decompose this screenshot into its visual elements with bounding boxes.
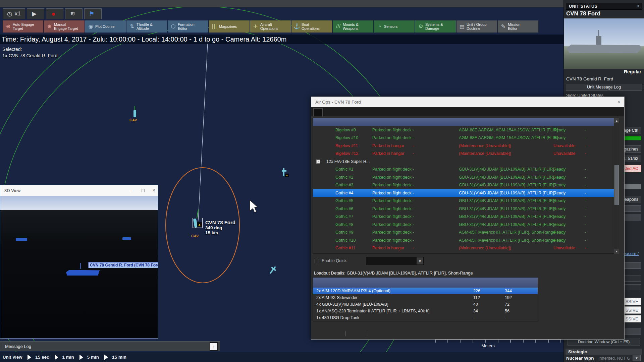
aircraft-row[interactable]: Gothic #4 Parked on flight deck - GBU-31… xyxy=(313,189,614,197)
collapse-chevron-icon[interactable]: » xyxy=(635,5,640,7)
3d-view-titlebar[interactable]: 3D View – □ × xyxy=(0,185,158,196)
control-label: x1 xyxy=(15,10,21,17)
store-row[interactable]: 4x GBU-31(V)4/B JDAM [BLU-109A/B] 40 72 xyxy=(313,301,538,308)
store-row[interactable]: 1x 480 USG Drop Tank - - xyxy=(313,314,538,321)
toolbar-button[interactable]: ⇅ Throttle &Altitude xyxy=(126,20,167,33)
toolbar-button[interactable]: /// Mounts &Weapons xyxy=(333,20,373,33)
time-steps: 15 sec 1 min 5 min 15 min xyxy=(22,355,126,360)
contact-shape xyxy=(282,170,286,172)
toolbar-button[interactable]: ||| Magazines xyxy=(209,20,250,33)
dialog-titlebar[interactable]: Air Ops - CVN 78 Ford × xyxy=(311,97,624,107)
aircraft-status: Parked on flight deck xyxy=(372,135,412,140)
toolbar-button[interactable]: ⊕ ManualEngage Target xyxy=(44,20,85,33)
scroll-down-icon[interactable]: ▼ xyxy=(614,249,619,254)
store-row[interactable]: 2x AIM-120D AMRAAM P3I.4 (Optional) 226 … xyxy=(313,288,538,294)
control-button[interactable]: ▶ xyxy=(27,8,44,19)
toolbar-button[interactable]: ◉ Plot Course xyxy=(85,20,126,33)
minimize-icon[interactable]: – xyxy=(131,188,134,193)
aircraft-status: Parked on flight deck xyxy=(372,191,412,195)
toolbar-button[interactable]: ▤ Unit / GroupDoctrine xyxy=(457,20,497,33)
aircraft-time-to-ready: Ready xyxy=(553,191,566,195)
time-step-button[interactable]: 5 min xyxy=(79,355,99,360)
aircraft-row[interactable]: Bigelow #12 Parked in hangar - (Maintena… xyxy=(313,150,614,158)
aircraft-row[interactable]: Bigelow #10 Parked on flight deck - AGM-… xyxy=(313,134,614,142)
aircraft-time-to-ready: Ready xyxy=(553,183,566,187)
dialog-button[interactable] xyxy=(366,331,366,336)
time-step-label: 1 min xyxy=(62,355,74,360)
unit-db-link[interactable]: CVN 78 Gerald R. Ford xyxy=(566,76,613,81)
store-row[interactable]: 2x AIM-9X Sidewinder 112 192 xyxy=(313,294,538,301)
toolbar-button[interactable]: ✈ AircraftOperations xyxy=(250,20,291,33)
info-line xyxy=(542,268,623,273)
toolbar-button[interactable]: ✎ MissionEditor xyxy=(498,20,538,33)
aircraft-row[interactable]: Gothic #10 Parked on flight deck - AGM-6… xyxy=(313,236,614,244)
toolbar-button[interactable]: ⚓ BoatOperations xyxy=(291,20,332,33)
dialog-button[interactable] xyxy=(345,331,346,336)
chevron-down-icon[interactable]: ▼ xyxy=(417,257,423,264)
map-contact-icon[interactable]: ▲ xyxy=(282,168,290,178)
aircraft-row[interactable]: Gothic #6 Parked on flight deck - GBU-31… xyxy=(313,205,614,213)
aircraft-quick-turnaround: - xyxy=(585,198,586,203)
store-row[interactable]: 1x AN/ASQ-228 Terminator II ATFLIR [FLIR… xyxy=(313,308,538,314)
time-step-button[interactable]: 15 min xyxy=(104,355,126,360)
aircraft-row[interactable]: Gothic #3 Parked on flight deck - GBU-31… xyxy=(313,181,614,189)
dialog-tab[interactable] xyxy=(313,108,323,116)
close-icon[interactable]: × xyxy=(153,188,155,193)
close-icon[interactable]: × xyxy=(617,99,620,105)
scrollbar-thumb[interactable] xyxy=(614,165,619,205)
aircraft-status: Parked on flight deck xyxy=(372,206,412,211)
toolbar-button[interactable]: ⚙ Systems &Damage xyxy=(415,20,456,33)
toolbar-button[interactable]: ⬡ FormationEditor xyxy=(168,20,208,33)
time-step-button[interactable]: 1 min xyxy=(55,355,74,360)
control-icon: ● xyxy=(51,10,55,17)
info-line xyxy=(542,306,623,311)
aircraft-row[interactable]: Gothic #11 Parked in hangar - (Maintenan… xyxy=(313,244,614,252)
aircraft-loadout: GBU-31(V)4/B JDAM [BLU-109A/B], ATFLIR [… xyxy=(459,198,560,203)
map-unit-cvn78[interactable]: ▲ xyxy=(193,218,203,228)
message-log-bar[interactable]: Message Log ↑ xyxy=(0,341,220,351)
control-button[interactable]: ≋ xyxy=(65,8,83,19)
dialog-tab[interactable] xyxy=(323,108,331,116)
control-button[interactable]: ● xyxy=(46,8,63,19)
aircraft-time-to-ready: Ready xyxy=(553,230,566,235)
3d-viewport[interactable]: CVN 78 Gerald R. Ford (CVN 78 Ford) xyxy=(0,196,158,338)
scrollbar[interactable]: ▲ ▼ xyxy=(614,118,619,254)
time-step-bar: Unit View 15 sec 1 min 5 min 15 min xyxy=(0,352,564,362)
map-contact-icon[interactable]: CAV xyxy=(131,106,138,121)
aircraft-row[interactable]: Gothic #2 Parked on flight deck - GBU-31… xyxy=(313,173,614,181)
unit-status-header[interactable]: UNIT STATUS » xyxy=(566,3,642,10)
store-available-mags-aircraft: - xyxy=(505,315,506,320)
toolbar-button[interactable]: ◔ Sensors xyxy=(374,20,415,33)
aircraft-row[interactable]: Gothic #1 Parked on flight deck - GBU-31… xyxy=(313,166,614,174)
clipped-item-label: eapons xyxy=(625,197,638,202)
aircraft-quick-turnaround: - xyxy=(585,246,586,250)
aircraft-row[interactable]: Gothic #9 Parked on flight deck - AGM-65… xyxy=(313,229,614,237)
quick-turnaround-dropdown[interactable]: ▼ xyxy=(366,257,424,265)
control-button[interactable]: ◷ x1 xyxy=(3,8,25,19)
control-button[interactable]: ⚑ xyxy=(84,8,102,19)
air-ops-dialog[interactable]: Air Ops - CVN 78 Ford × Bigelow #9 Parke… xyxy=(311,97,625,340)
aircraft-row[interactable]: Gothic #5 Parked on flight deck - GBU-31… xyxy=(313,197,614,205)
toolbar-button[interactable]: ⊕ Auto EngageTarget xyxy=(3,20,43,33)
3d-unit-label[interactable]: CVN 78 Gerald R. Ford (CVN 78 Ford) xyxy=(88,262,158,268)
enable-quick-checkbox[interactable] xyxy=(315,259,319,263)
3d-view-window[interactable]: 3D View – □ × CVN 78 Gerald R. Ford (CVN… xyxy=(0,185,158,339)
aircraft-row[interactable]: Gothic #8 Parked on flight deck - GBU-31… xyxy=(313,221,614,229)
toolbar-icon: ⚙ xyxy=(416,24,425,29)
aircraft-row[interactable]: Gothic #7 Parked on flight deck - GBU-31… xyxy=(313,213,614,221)
aircraft-row[interactable]: Bigelow #9 Parked on flight deck - AGM-8… xyxy=(313,126,614,134)
nuclear-weapon-dropdown[interactable]: ▼ xyxy=(633,355,641,361)
course-line xyxy=(198,38,208,221)
maximize-icon[interactable]: □ xyxy=(142,188,144,193)
aircraft-row[interactable]: - 12x F/A-18E Super H... xyxy=(313,158,614,166)
unit-message-log-button[interactable]: Unit Message Log xyxy=(566,84,642,90)
aircraft-row[interactable]: Bigelow #11 Parked in hangar - (Maintena… xyxy=(313,142,614,150)
scroll-up-icon[interactable]: ▲ xyxy=(614,118,619,123)
time-step-button[interactable]: 15 sec xyxy=(28,355,49,360)
aircraft-loadout: AGM-65F Maverick IR, ATFLIR [FLIR], Shor… xyxy=(459,230,555,235)
expand-up-icon[interactable]: ↑ xyxy=(210,342,218,351)
unit-name-label: CVN 78 Ford xyxy=(205,220,235,225)
group-collapse-box[interactable]: - xyxy=(316,160,320,164)
selection-info: Selected: 1x CVN 78 Gerald R. Ford xyxy=(2,46,57,59)
toolbar-icon: ||| xyxy=(210,24,219,29)
